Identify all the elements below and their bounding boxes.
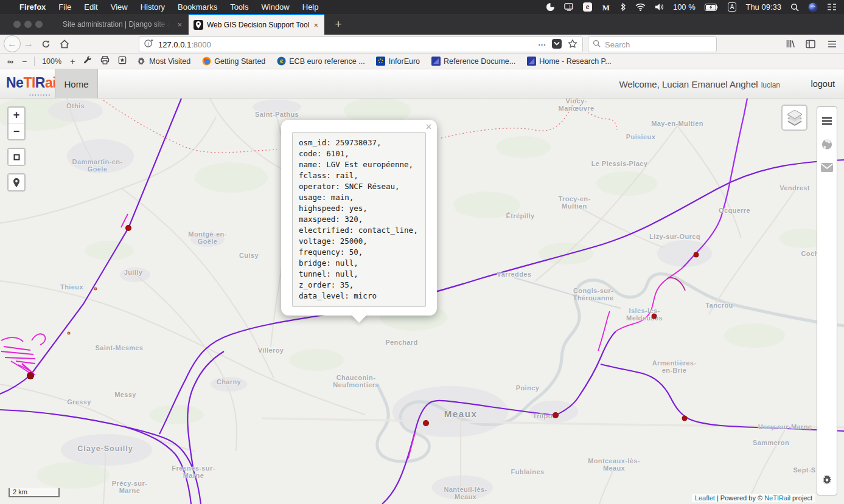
tab-web-gis[interactable]: Web GIS Decision Support Tool × <box>189 14 324 35</box>
library-icon[interactable] <box>782 39 799 49</box>
wifi-icon[interactable] <box>635 3 646 11</box>
menu-history[interactable]: History <box>141 2 165 12</box>
station-marker[interactable] <box>27 372 34 379</box>
station-marker[interactable] <box>553 412 559 418</box>
new-tab-button[interactable]: + <box>329 15 347 33</box>
station-marker[interactable] <box>68 332 71 335</box>
print-icon[interactable] <box>100 56 110 66</box>
window-zoom-button[interactable] <box>35 21 43 28</box>
url-bar[interactable]: i 127.0.0.1:8000 ⋯ <box>139 36 583 52</box>
home-button[interactable] <box>55 40 74 49</box>
search-bar[interactable]: Search <box>588 36 717 52</box>
sidebar-toggle-icon[interactable] <box>802 40 819 49</box>
app-status-icon[interactable] <box>546 2 555 12</box>
zoom-in-icon[interactable]: + <box>70 57 75 66</box>
station-marker[interactable] <box>652 314 657 319</box>
bookmark-inforeuro[interactable]: InforEuro <box>376 57 420 66</box>
sidebar-menu-icon[interactable] <box>821 117 832 128</box>
back-button[interactable]: ← <box>4 35 21 52</box>
eset-icon[interactable]: e <box>583 2 592 12</box>
tab-django-admin[interactable]: Site administration | Django site ad × <box>58 14 189 35</box>
zoom-out-icon[interactable]: − <box>22 57 27 66</box>
tab-title: Site administration | Django site ad <box>63 20 170 29</box>
svg-text:M: M <box>602 3 610 12</box>
zoom-in-button[interactable]: + <box>9 108 24 123</box>
leaflet-link[interactable]: Leaflet <box>695 494 715 502</box>
station-marker[interactable] <box>125 225 131 231</box>
zoom-out-button[interactable]: − <box>9 123 24 139</box>
bookmark-most-visited[interactable]: Most Visited <box>136 57 190 66</box>
reload-button[interactable] <box>37 40 55 49</box>
netirail-header: NeTIRail ........ Home Welcome, Lucian E… <box>0 69 844 98</box>
menu-edit[interactable]: Edit <box>84 2 97 12</box>
zoom-reset-icon[interactable]: ∞ <box>7 57 13 66</box>
box-zoom-button[interactable] <box>9 149 24 165</box>
menu-tools[interactable]: Tools <box>230 2 248 12</box>
forward-button[interactable]: → <box>21 38 37 49</box>
menu-window[interactable]: Window <box>262 2 290 12</box>
map-place-label: Gressy <box>67 398 91 406</box>
tab-close-icon[interactable]: × <box>176 20 183 29</box>
site-info-icon[interactable]: i <box>144 39 153 50</box>
notification-center-icon[interactable] <box>827 3 837 11</box>
menu-help[interactable]: Help <box>302 2 319 12</box>
menu-view[interactable]: View <box>111 2 128 12</box>
layers-control[interactable] <box>781 105 807 131</box>
map-place-label: May-en-Multien <box>651 120 703 127</box>
location-pin-icon[interactable] <box>9 174 24 190</box>
map-place-label: Trocy-en-Multien <box>558 195 590 210</box>
logout-link[interactable]: logout <box>811 79 835 89</box>
input-source-icon[interactable]: A <box>728 2 737 12</box>
page-actions-icon[interactable]: ⋯ <box>538 40 546 49</box>
station-marker[interactable] <box>423 420 429 426</box>
station-marker[interactable] <box>682 416 688 421</box>
bookmark-star-icon[interactable] <box>568 39 577 50</box>
menu-file[interactable]: File <box>58 2 71 12</box>
macos-menubar: Firefox File Edit View History Bookmarks… <box>0 0 844 14</box>
menu-hamburger-icon[interactable] <box>823 40 840 48</box>
svg-text:e: e <box>586 4 590 10</box>
svg-text:i: i <box>147 41 149 47</box>
bookmark-reference-documents[interactable]: Reference Docume... <box>431 57 515 66</box>
wrench-icon[interactable] <box>83 56 92 66</box>
menubar-clock[interactable]: Thu 09:33 <box>745 2 781 12</box>
battery-percent: 100 % <box>673 2 696 12</box>
spotlight-icon[interactable] <box>790 3 799 12</box>
siri-icon[interactable] <box>808 2 818 12</box>
map-place-label: Sept-S <box>793 466 815 474</box>
envelope-icon[interactable] <box>821 163 833 174</box>
menu-firefox[interactable]: Firefox <box>19 2 46 12</box>
zoom-level-indicator[interactable]: 100% <box>42 57 61 66</box>
menu-bookmarks[interactable]: Bookmarks <box>178 2 217 12</box>
url-port: :8000 <box>191 40 211 49</box>
map-place-label: Précy-sur-Marne <box>112 480 147 494</box>
map-place-label: Fresnes-sur-Marne <box>172 464 215 479</box>
m-app-icon[interactable]: M <box>601 3 611 12</box>
map-place-label: Sammeron <box>753 439 789 446</box>
window-minimize-button[interactable] <box>24 21 32 28</box>
station-marker[interactable] <box>694 252 699 258</box>
station-marker[interactable] <box>94 288 97 291</box>
map-place-label: Meaux <box>444 409 478 419</box>
netirail-link[interactable]: NeTIRail <box>764 494 790 502</box>
map-place-label: Armentières-en-Brie <box>652 359 697 374</box>
settings-gear-icon[interactable] <box>822 475 832 488</box>
bookmark-home-research[interactable]: Home - Research P... <box>526 57 612 66</box>
globe-icon[interactable] <box>821 139 833 153</box>
map-place-label: Messy <box>114 391 136 398</box>
display-status-icon[interactable] <box>564 3 574 12</box>
zoom-control: + − <box>7 106 26 140</box>
bookmark-ecb[interactable]: € ECB euro reference ... <box>276 57 364 66</box>
bookmark-getting-started[interactable]: Getting Started <box>201 57 265 66</box>
tab-close-icon[interactable]: × <box>312 21 319 30</box>
bluetooth-icon[interactable] <box>620 2 626 12</box>
nav-tab-home[interactable]: Home <box>55 69 98 98</box>
pocket-icon[interactable] <box>552 39 562 50</box>
window-close-button[interactable] <box>13 21 21 28</box>
export-icon[interactable] <box>118 56 127 66</box>
bookmark-label: Most Visited <box>149 57 190 66</box>
volume-icon[interactable] <box>655 3 664 11</box>
map-place-label: Penchard <box>385 339 417 346</box>
leaflet-map[interactable]: OthisSaint-PathusVincy-ManœuvreMay-en-Mu… <box>0 98 844 504</box>
popup-close-button[interactable]: × <box>426 123 431 131</box>
